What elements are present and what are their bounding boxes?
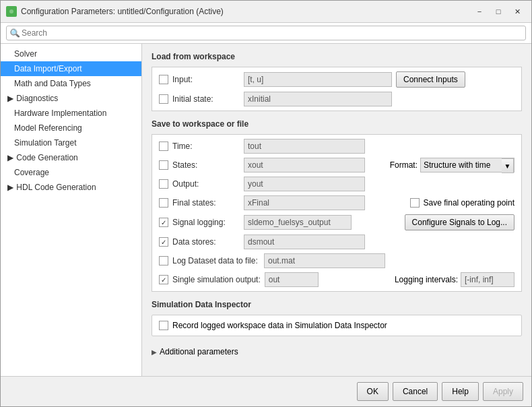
initial-state-checkbox[interactable] xyxy=(159,94,168,104)
save-op-label: Save final operating point xyxy=(424,198,514,208)
ok-button[interactable]: OK xyxy=(357,382,389,401)
search-icon: 🔍 xyxy=(10,28,20,38)
title-bar-controls: − □ ✕ xyxy=(471,5,526,18)
save-op-checkbox[interactable] xyxy=(410,198,420,208)
search-wrapper: 🔍 xyxy=(6,26,526,40)
output-label: Output: xyxy=(172,179,240,189)
minimize-button[interactable]: − xyxy=(471,5,488,18)
sidebar-item-data-import-export[interactable]: Data Import/Export xyxy=(1,61,141,76)
main-content: Solver Data Import/Export Math and Data … xyxy=(1,44,531,376)
sidebar-item-solver[interactable]: Solver xyxy=(1,46,141,61)
final-states-row: Final states: Save final operating point xyxy=(159,195,514,210)
input-label: Input: xyxy=(172,75,240,84)
states-checkbox[interactable] xyxy=(159,160,168,170)
output-field[interactable] xyxy=(244,177,365,191)
search-bar: 🔍 xyxy=(1,23,531,44)
logging-intervals-label: Logging intervals: xyxy=(395,275,458,284)
initial-state-row: Initial state: xyxy=(159,92,514,106)
sidebar: Solver Data Import/Export Math and Data … xyxy=(1,44,142,376)
log-dataset-label: Log Dataset data to file: xyxy=(172,256,260,265)
sidebar-item-hardware-impl[interactable]: Hardware Implementation xyxy=(1,106,141,121)
save-section: Save to workspace or file Time: States: xyxy=(152,119,522,292)
title-bar-left: Configuration Parameters: untitled/Confi… xyxy=(6,6,224,17)
signal-logging-label: Signal logging: xyxy=(172,218,240,227)
output-checkbox[interactable] xyxy=(159,179,168,189)
apply-button[interactable]: Apply xyxy=(483,382,523,401)
final-states-label: Final states: xyxy=(172,198,240,208)
signal-logging-field[interactable] xyxy=(244,215,352,230)
record-row: Record logged workspace data in Simulati… xyxy=(159,321,514,330)
data-stores-checkbox[interactable] xyxy=(159,237,168,247)
maximize-button[interactable]: □ xyxy=(490,5,507,18)
data-stores-label: Data stores: xyxy=(172,237,240,247)
states-field[interactable] xyxy=(244,158,365,173)
final-states-field[interactable] xyxy=(244,195,365,210)
log-dataset-field[interactable] xyxy=(264,253,385,268)
sidebar-item-simulation-target[interactable]: Simulation Target xyxy=(1,135,141,150)
hdl-code-arrow: ▶ xyxy=(7,183,14,192)
content-area: Load from workspace Input: Connect Input… xyxy=(142,44,531,376)
load-section-box: Input: Connect Inputs Initial state: xyxy=(152,67,522,111)
sidebar-item-hdl-code-generation[interactable]: ▶ HDL Code Generation xyxy=(1,180,141,195)
cancel-button[interactable]: Cancel xyxy=(393,382,438,401)
configure-signals-button[interactable]: Configure Signals to Log... xyxy=(405,214,514,230)
additional-arrow-icon: ▶ xyxy=(152,348,157,356)
load-section: Load from workspace Input: Connect Input… xyxy=(152,52,522,111)
single-sim-label: Single simulation output: xyxy=(172,275,261,284)
sidebar-item-coverage[interactable]: Coverage xyxy=(1,165,141,180)
input-field[interactable] xyxy=(244,72,392,87)
record-checkbox[interactable] xyxy=(159,321,168,330)
additional-parameters-row[interactable]: ▶ Additional parameters xyxy=(152,344,522,359)
format-field[interactable] xyxy=(421,158,502,172)
window-title: Configuration Parameters: untitled/Confi… xyxy=(21,7,224,16)
load-section-title: Load from workspace xyxy=(152,52,522,61)
connect-inputs-button[interactable]: Connect Inputs xyxy=(396,71,465,88)
time-checkbox[interactable] xyxy=(159,142,168,151)
signal-logging-row: Signal logging: Configure Signals to Log… xyxy=(159,214,514,230)
sidebar-item-math-data-types[interactable]: Math and Data Types xyxy=(1,76,141,91)
title-bar: Configuration Parameters: untitled/Confi… xyxy=(1,1,531,23)
footer: OK Cancel Help Apply xyxy=(1,376,531,406)
input-checkbox[interactable] xyxy=(159,75,168,84)
sidebar-item-model-referencing[interactable]: Model Referencing xyxy=(1,121,141,135)
svg-point-1 xyxy=(9,9,13,13)
inspector-title: Simulation Data Inspector xyxy=(152,300,522,309)
final-states-checkbox[interactable] xyxy=(159,198,168,208)
search-input[interactable] xyxy=(6,26,526,40)
record-label: Record logged workspace data in Simulati… xyxy=(172,321,387,330)
sidebar-item-code-generation[interactable]: ▶ Code Generation xyxy=(1,150,141,165)
states-label: States: xyxy=(172,160,240,170)
initial-state-field[interactable] xyxy=(244,92,392,106)
save-section-box: Time: States: Format: xyxy=(152,134,522,292)
additional-label: Additional parameters xyxy=(160,347,238,356)
output-row: Output: xyxy=(159,177,514,191)
app-icon xyxy=(6,6,17,17)
sidebar-item-diagnostics[interactable]: ▶ Diagnostics xyxy=(1,91,141,106)
single-sim-field[interactable] xyxy=(265,272,319,287)
signal-logging-checkbox[interactable] xyxy=(159,218,168,227)
states-row: States: Format: ▼ xyxy=(159,158,514,173)
format-label: Format: xyxy=(390,160,418,170)
single-sim-checkbox[interactable] xyxy=(159,275,168,284)
time-field[interactable] xyxy=(244,139,365,154)
help-button[interactable]: Help xyxy=(442,382,479,401)
time-label: Time: xyxy=(172,142,240,151)
close-button[interactable]: ✕ xyxy=(508,5,526,18)
main-window: Configuration Parameters: untitled/Confi… xyxy=(0,0,532,407)
save-section-title: Save to workspace or file xyxy=(152,119,522,129)
inspector-box: Record logged workspace data in Simulati… xyxy=(152,315,522,336)
data-stores-field[interactable] xyxy=(244,234,365,249)
diagnostics-arrow: ▶ xyxy=(7,94,14,103)
initial-state-label: Initial state: xyxy=(172,94,240,104)
time-row: Time: xyxy=(159,139,514,154)
single-sim-row: Single simulation output: Logging interv… xyxy=(159,272,514,287)
data-stores-row: Data stores: xyxy=(159,234,514,249)
input-row: Input: Connect Inputs xyxy=(159,71,514,88)
format-dropdown-button[interactable]: ▼ xyxy=(502,158,514,173)
logging-intervals-field[interactable] xyxy=(461,272,514,287)
log-dataset-checkbox[interactable] xyxy=(159,256,168,265)
inspector-section: Simulation Data Inspector Record logged … xyxy=(152,300,522,336)
code-generation-arrow: ▶ xyxy=(7,153,14,162)
log-dataset-row: Log Dataset data to file: xyxy=(159,253,514,268)
